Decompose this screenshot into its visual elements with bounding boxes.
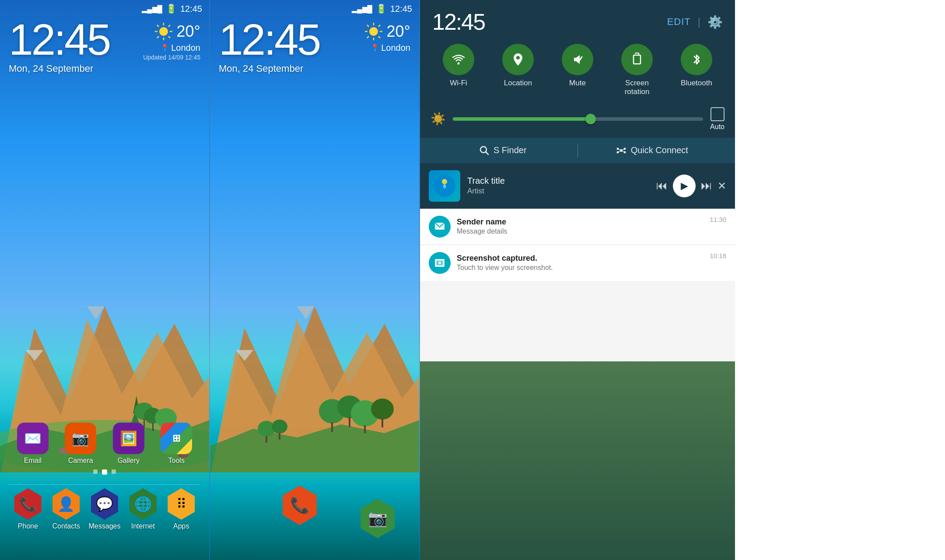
next-button[interactable]: ⏭	[701, 179, 712, 192]
settings-icon[interactable]: ⚙️	[707, 15, 723, 29]
location-middle: 📍 London	[364, 43, 410, 53]
header-divider: |	[698, 16, 700, 28]
mute-label: Mute	[569, 79, 586, 88]
apps-hex-icon[interactable]: ⠿	[165, 488, 197, 520]
svg-rect-39	[266, 436, 267, 443]
finder-divider	[578, 144, 578, 157]
sun-icon-middle	[364, 22, 383, 41]
close-music-button[interactable]: ✕	[718, 180, 726, 192]
svg-rect-37	[382, 419, 383, 427]
svg-point-16	[159, 27, 168, 36]
brightness-slider[interactable]	[453, 117, 703, 121]
location-icon	[512, 52, 524, 66]
contacts-hex-icon[interactable]: 👤	[50, 488, 82, 520]
rotation-icon	[630, 52, 644, 66]
contacts-dock[interactable]: 👤 Contacts	[50, 488, 82, 530]
message-content: Sender name Message details	[457, 217, 704, 235]
internet-hex-icon[interactable]: 🌐	[127, 488, 159, 520]
s-finder-btn[interactable]: S Finder	[432, 145, 574, 155]
bluetooth-label: Bluetooth	[681, 79, 712, 88]
svg-line-23	[168, 25, 170, 27]
mute-circle[interactable]	[562, 44, 593, 75]
phone-dock-label: Phone	[18, 522, 38, 530]
prev-button[interactable]: ⏮	[656, 179, 668, 192]
auto-brightness-btn[interactable]: Auto	[710, 107, 724, 131]
gallery-icon[interactable]: 🖼️	[113, 423, 144, 454]
sun-icon-left	[154, 22, 173, 41]
email-icon[interactable]: ✉️	[17, 423, 49, 454]
tools-icon[interactable]: ⊞	[161, 423, 192, 454]
tools-app[interactable]: ⊞ Tools	[161, 423, 192, 465]
messages-hex-icon[interactable]: 💬	[89, 488, 120, 520]
gallery-label: Gallery	[117, 457, 140, 465]
svg-point-71	[438, 262, 441, 264]
wifi-circle[interactable]	[443, 44, 474, 75]
rotation-toggle[interactable]: Screen rotation	[621, 44, 653, 97]
screenshot-title: Screenshot captured.	[457, 254, 704, 263]
svg-point-42	[369, 27, 378, 36]
bluetooth-icon	[691, 52, 702, 66]
quick-connect-icon	[616, 145, 626, 156]
play-button[interactable]: ▶	[673, 175, 696, 197]
svg-rect-36	[364, 425, 366, 433]
svg-rect-54	[634, 55, 640, 64]
svg-line-22	[168, 36, 170, 38]
svg-line-24	[157, 36, 159, 38]
svg-point-33	[371, 399, 394, 420]
internet-dock[interactable]: 🌐 Internet	[127, 488, 159, 530]
phone-hex-icon[interactable]: 📞	[12, 488, 44, 520]
location-label: Location	[504, 79, 532, 88]
screen-middle: ▂▄▆█ 🔋 12:45 12:45 Mon, 24 September	[210, 0, 420, 560]
edit-button[interactable]: EDIT	[667, 16, 691, 28]
music-info: Track title Artist	[467, 176, 649, 196]
clock-date-middle: Mon, 24 September	[219, 63, 319, 74]
svg-line-56	[486, 152, 488, 154]
message-notification[interactable]: Sender name Message details 11:30	[420, 209, 735, 245]
screen-left: ▂▄▆█ 🔋 12:45 12:45 Mon, 24 September	[0, 0, 210, 560]
quick-connect-label: Quick Connect	[631, 145, 688, 155]
floating-camera-icon[interactable]: 📷	[358, 499, 397, 538]
message-notif-icon	[429, 216, 451, 238]
notif-header-actions: EDIT | ⚙️	[667, 15, 723, 29]
message-sender: Sender name	[457, 217, 704, 227]
camera-icon[interactable]: 📷	[65, 423, 96, 454]
status-time-m: 12:45	[390, 4, 412, 14]
clock-time-left: 12:45	[9, 18, 109, 61]
bluetooth-circle[interactable]	[681, 44, 712, 75]
signal-icon-m: ▂▄▆█	[352, 5, 372, 13]
location-circle[interactable]	[502, 44, 534, 75]
apps-dock-label: Apps	[173, 522, 189, 530]
notif-header: 12:45 EDIT | ⚙️	[420, 0, 735, 40]
camera-app[interactable]: 📷 Camera	[65, 423, 96, 465]
screenshot-detail: Touch to view your screenshot.	[457, 264, 704, 272]
brightness-fill	[453, 117, 591, 121]
clock-widget-middle: 12:45 Mon, 24 September	[219, 18, 319, 74]
s-finder-label: S Finder	[494, 145, 527, 155]
gallery-app[interactable]: 🖼️ Gallery	[113, 423, 144, 465]
screenshot-notification[interactable]: Screenshot captured. Touch to view your …	[420, 245, 735, 281]
rotation-circle[interactable]	[621, 44, 653, 75]
search-icon	[480, 146, 489, 155]
svg-point-51	[458, 63, 460, 65]
location-toggle[interactable]: Location	[502, 44, 534, 97]
phone-dock[interactable]: 📞 Phone	[12, 488, 44, 530]
apps-dock[interactable]: ⠿ Apps	[165, 488, 197, 530]
quick-connect-btn[interactable]: Quick Connect	[581, 145, 723, 156]
svg-line-47	[367, 25, 369, 27]
messages-dock[interactable]: 💬 Messages	[89, 488, 121, 530]
brightness-thumb[interactable]	[585, 114, 596, 124]
mute-toggle[interactable]: Mute	[562, 44, 593, 97]
notif-cards-area: Track title Artist ⏮ ▶ ⏭ ✕ Sender name M…	[420, 163, 735, 362]
svg-point-67	[442, 179, 447, 184]
email-app[interactable]: ✉️ Email	[17, 423, 49, 465]
dock-separator	[9, 484, 200, 485]
rotation-label: Screen rotation	[625, 79, 650, 97]
floating-phone-icon[interactable]: 📞	[280, 486, 319, 525]
clock-widget-left: 12:45 Mon, 24 September	[9, 18, 109, 74]
music-notification-card[interactable]: Track title Artist ⏮ ▶ ⏭ ✕	[420, 163, 735, 209]
svg-line-50	[367, 36, 369, 38]
bluetooth-toggle[interactable]: Bluetooth	[681, 44, 712, 97]
internet-dock-label: Internet	[131, 522, 155, 530]
svg-point-40	[272, 420, 287, 434]
wifi-toggle[interactable]: Wi-Fi	[443, 44, 474, 97]
